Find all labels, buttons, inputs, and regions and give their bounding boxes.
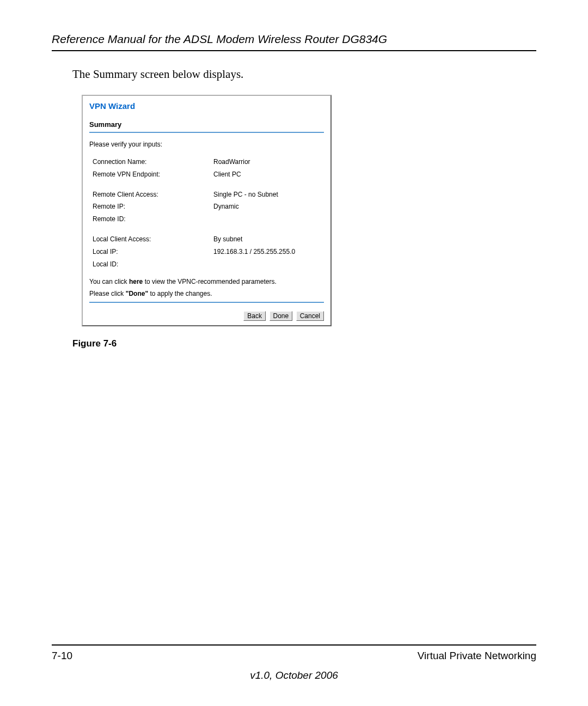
done-hint-text: Please click "Done" to apply the changes… (89, 290, 324, 297)
hint-post: to view the VPNC-recommended parameters. (143, 278, 276, 285)
field-value: Client PC (213, 168, 324, 181)
field-value: Single PC - no Subnet (213, 188, 324, 201)
field-row: Connection Name: RoadWarrior (89, 156, 324, 168)
field-row: Local ID: (89, 258, 324, 271)
hint2-post: to apply the changes. (148, 290, 212, 297)
field-row: Local Client Access: By subnet (89, 233, 324, 246)
field-row: Remote IP: Dynamic (89, 200, 324, 213)
field-label: Remote ID: (93, 213, 213, 226)
field-row: Remote ID: (89, 213, 324, 226)
done-bold: "Done" (126, 290, 148, 297)
field-value: Dynamic (213, 200, 324, 213)
vpnc-hint-text: You can click here to view the VPNC-reco… (89, 278, 324, 285)
here-link[interactable]: here (129, 278, 143, 285)
field-value: By subnet (213, 233, 324, 246)
field-row: Local IP: 192.168.3.1 / 255.255.255.0 (89, 246, 324, 258)
figure-caption: Figure 7-6 (72, 338, 536, 349)
field-label: Local ID: (93, 258, 213, 271)
divider-bottom (89, 302, 324, 303)
section-name: Virtual Private Networking (418, 650, 536, 662)
page-footer: 7-10 Virtual Private Networking v1.0, Oc… (52, 644, 536, 681)
done-button[interactable]: Done (270, 311, 293, 321)
summary-heading: Summary (89, 120, 324, 129)
button-row: Back Done Cancel (89, 311, 324, 321)
field-label: Connection Name: (93, 156, 213, 168)
wizard-title: VPN Wizard (89, 101, 324, 111)
field-value: 192.168.3.1 / 255.255.255.0 (213, 246, 324, 258)
footer-divider (52, 644, 536, 646)
hint-pre: You can click (89, 278, 129, 285)
verify-inputs-text: Please verify your inputs: (89, 141, 324, 148)
cancel-button[interactable]: Cancel (296, 311, 324, 321)
field-label: Local Client Access: (93, 233, 213, 246)
divider-top (89, 132, 324, 133)
page-number: 7-10 (52, 650, 72, 662)
field-label: Remote IP: (93, 200, 213, 213)
field-value: RoadWarrior (213, 156, 324, 168)
field-value (213, 213, 324, 226)
field-group-local: Local Client Access: By subnet Local IP:… (89, 233, 324, 270)
version-text: v1.0, October 2006 (52, 670, 536, 681)
field-row: Remote VPN Endpoint: Client PC (89, 168, 324, 181)
doc-header-title: Reference Manual for the ADSL Modem Wire… (52, 33, 536, 46)
field-row: Remote Client Access: Single PC - no Sub… (89, 188, 324, 201)
field-label: Remote Client Access: (93, 188, 213, 201)
field-group-remote: Remote Client Access: Single PC - no Sub… (89, 188, 324, 226)
vpn-wizard-screenshot: VPN Wizard Summary Please verify your in… (82, 95, 332, 326)
header-divider (52, 50, 536, 51)
intro-text: The Summary screen below displays. (72, 68, 536, 81)
hint2-pre: Please click (89, 290, 126, 297)
field-label: Local IP: (93, 246, 213, 258)
field-group-connection: Connection Name: RoadWarrior Remote VPN … (89, 156, 324, 181)
back-button[interactable]: Back (243, 311, 266, 321)
field-value (213, 258, 324, 271)
field-label: Remote VPN Endpoint: (93, 168, 213, 181)
